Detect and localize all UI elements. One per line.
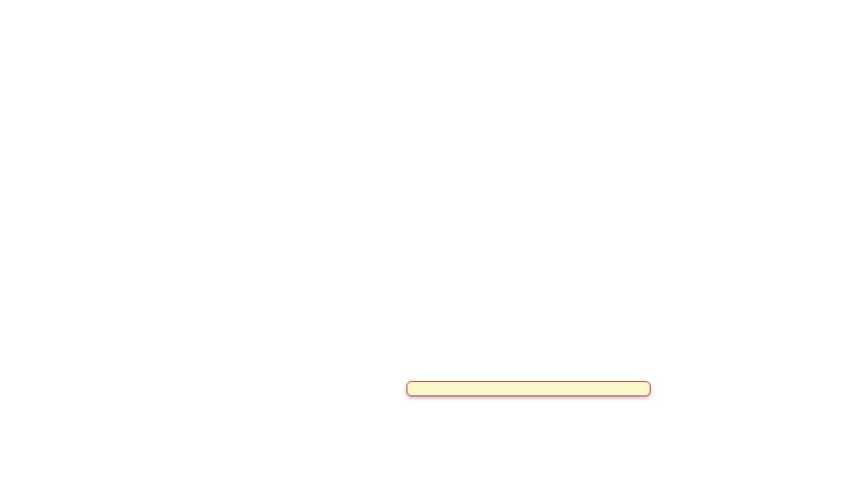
chart-column — [145, 12, 490, 402]
chart-tooltip — [407, 381, 651, 396]
distribution-chart[interactable] — [145, 15, 490, 82]
profit-loss-chart[interactable] — [145, 82, 490, 402]
strategy-sidebar — [10, 12, 145, 402]
legs-column — [490, 12, 854, 402]
